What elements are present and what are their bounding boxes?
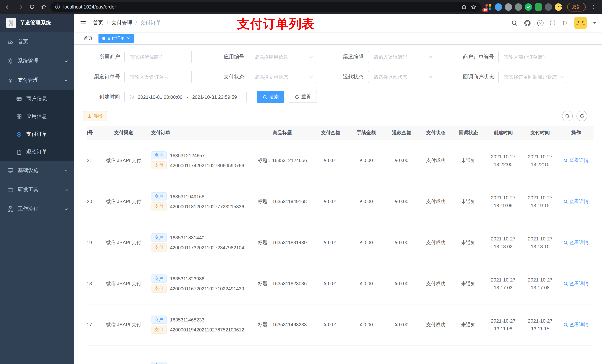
export-button[interactable]: 导出 (83, 111, 107, 121)
merchant-order-no-input[interactable] (498, 51, 567, 63)
search-button[interactable]: 搜索 (257, 91, 284, 103)
url-text[interactable]: localhost:1024/pay/order (63, 4, 458, 10)
browser-forward-button[interactable] (15, 2, 25, 12)
extension-blue-icon[interactable] (495, 3, 502, 10)
target-icon (16, 132, 22, 137)
callback-status-input[interactable] (498, 71, 567, 83)
breadcrumb-current: 支付订单 (140, 20, 161, 26)
site-info-icon[interactable] (55, 4, 60, 10)
cell-pay-time: 2021-10-2713:17:08 (522, 263, 559, 304)
user-avatar[interactable] (574, 17, 587, 29)
merchant-tag: 商户 (151, 274, 167, 283)
view-details-link[interactable]: 查看详情 (563, 198, 589, 205)
pay-status-select[interactable] (249, 71, 316, 83)
sidebar-item-merchant-info[interactable]: 商户信息 (0, 90, 74, 108)
channel-code-select[interactable] (368, 51, 435, 63)
sidebar-item-payment[interactable]: ¥ 支付管理 (0, 71, 74, 90)
dashboard-icon (7, 39, 13, 45)
cell-create-time: 2021-10-2713:22:05 (485, 140, 522, 181)
sidebar-item-app-info[interactable]: 应用信息 (0, 108, 74, 125)
create-time-range-picker[interactable]: 2021-10-01 00:00:00 - 2021-10-31 23:59:5… (124, 91, 247, 103)
browser-menu-icon[interactable] (589, 2, 599, 12)
app-logo[interactable]: 🐰 芋道管理系统 (0, 14, 74, 32)
app-select-input[interactable] (249, 51, 316, 63)
sidebar-item-refund-order[interactable]: 退款订单 (0, 143, 74, 161)
browser-back-button[interactable] (3, 2, 13, 12)
github-icon[interactable] (524, 20, 531, 26)
extension-puzzle-icon[interactable] (545, 3, 552, 10)
chevron-up-icon (64, 78, 68, 82)
col-title: 商品标题 (252, 126, 313, 140)
cell-notify (452, 345, 485, 364)
browser-home-button[interactable] (39, 2, 49, 12)
breadcrumb-home[interactable]: 首页 (93, 20, 103, 26)
merchant-select-input[interactable] (124, 51, 192, 63)
chevron-down-icon (64, 168, 68, 173)
date-range-start[interactable]: 2021-10-01 00:00:00 (138, 94, 182, 100)
filter-label-app: 应用编号 (201, 54, 249, 60)
cell-title: 标题：1635311949168 (252, 181, 313, 222)
cell-create-time (485, 345, 522, 364)
sidebar-item-infrastructure[interactable]: 基础设施 (0, 161, 74, 180)
merchant-select[interactable] (124, 51, 192, 63)
close-icon[interactable]: × (127, 36, 130, 41)
fullscreen-icon[interactable] (550, 20, 556, 26)
toggle-search-button[interactable] (562, 111, 573, 121)
browser-update-button[interactable]: 更新 (567, 2, 586, 11)
app-select[interactable] (249, 51, 316, 63)
reset-button[interactable]: 重置 (289, 91, 317, 103)
chevron-down-icon (64, 207, 68, 211)
extension-green-circle-icon[interactable] (515, 3, 522, 10)
callback-status-select[interactable] (498, 71, 567, 83)
channel-code-input[interactable] (368, 51, 435, 63)
refund-status-input[interactable] (368, 71, 435, 83)
font-size-icon[interactable]: TT (562, 20, 568, 26)
address-bar[interactable]: localhost:1024/pay/order (50, 2, 481, 12)
bookmark-star-icon[interactable] (471, 4, 476, 10)
sidebar-item-pay-order[interactable]: 支付订单 (0, 125, 74, 143)
view-details-link[interactable]: 查看详情 (563, 239, 589, 246)
sidebar-item-dev-tools[interactable]: 研发工具 (0, 180, 74, 199)
extension-check-icon[interactable] (525, 3, 532, 10)
merchant-order-no-field[interactable] (498, 51, 567, 63)
table-header-row: 编号 支付渠道 支付订单 商品标题 支付金额 手续金额 退款金额 支付状态 回调… (87, 126, 593, 140)
filter-row-3: 创建时间 2021-10-01 00:00:00 - 2021-10-31 23… (81, 91, 602, 103)
caret-down-icon[interactable] (593, 22, 596, 25)
breadcrumb-section[interactable]: 支付管理 (111, 20, 132, 26)
channel-pay-no: 4200001174202110278060590766 (170, 163, 244, 168)
cell-id (87, 345, 103, 364)
view-details-link[interactable]: 查看详情 (563, 321, 589, 328)
help-icon[interactable]: ? (537, 20, 544, 26)
sidebar-toggle-icon[interactable] (80, 20, 86, 26)
tab-home[interactable]: 首页 (80, 33, 96, 43)
extension-grey-icon[interactable] (505, 3, 512, 10)
cell-fee: ¥ 0.00 (348, 263, 384, 304)
view-details-link[interactable]: 查看详情 (563, 157, 589, 164)
cell-refund: ¥ 0.00 (384, 263, 419, 304)
browser-reload-button[interactable] (27, 2, 37, 12)
date-range-end[interactable]: 2021-10-31 23:59:59 (192, 94, 237, 100)
share-icon[interactable] (461, 4, 467, 10)
search-icon (262, 94, 267, 99)
channel-order-no-input[interactable] (124, 71, 192, 83)
view-details-link[interactable]: 查看详情 (563, 280, 589, 287)
channel-order-no-field[interactable] (124, 71, 192, 83)
sidebar-item-system[interactable]: 系统管理 (0, 52, 74, 71)
cell-amount (313, 345, 348, 364)
extension-smiley-icon[interactable] (555, 3, 562, 10)
sidebar-item-home[interactable]: 首页 (0, 32, 74, 52)
refresh-table-button[interactable] (576, 111, 587, 121)
extension-chat-icon[interactable] (535, 3, 542, 10)
extension-colordots-icon[interactable]: 10 (485, 3, 492, 10)
sidebar-item-workflow[interactable]: 工作流程 (0, 199, 74, 219)
col-actions: 操作 (559, 126, 593, 140)
pay-status-input[interactable] (249, 71, 316, 83)
refund-status-select[interactable] (368, 71, 435, 83)
tab-pay-order[interactable]: 支付订单 × (98, 33, 133, 43)
date-range-separator: - (186, 94, 189, 100)
header-search-icon[interactable] (511, 20, 517, 26)
merchant-tag: 商户 (151, 192, 167, 200)
channel-pay-no: 4200001181202110277723215336 (170, 204, 244, 209)
col-pay-time: 支付时间 (522, 126, 559, 140)
view-icon (563, 240, 568, 245)
